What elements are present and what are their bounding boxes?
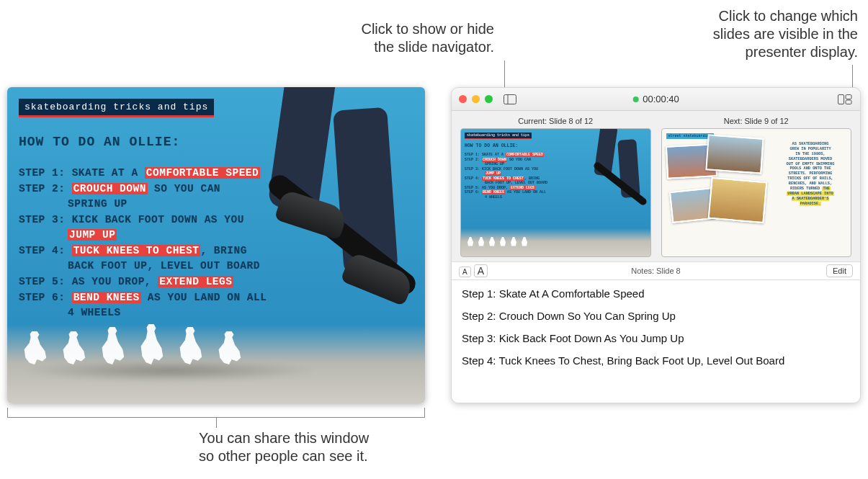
svg-rect-2 (838, 94, 844, 104)
next-slide-column: Next: Slide 9 of 12 street skateboarding… (661, 117, 852, 257)
skater-progression-silhouettes (22, 324, 242, 364)
slide-step-3b: JUMP UP (19, 228, 267, 243)
presenter-layout-button[interactable] (837, 94, 853, 105)
increase-notes-font-button[interactable]: A (474, 264, 488, 277)
callout-layout-text: Click to change which slides are visible… (713, 8, 858, 60)
next-slide-label: Next: Slide 9 of 12 (661, 117, 852, 125)
presentation-slide-window: skateboarding tricks and tips HOW TO DO … (7, 87, 425, 403)
callout-share: You can share this window so other peopl… (199, 429, 429, 465)
next-slide-body: AS SKATEBOARDING GREW IN POPULARITY IN T… (774, 142, 846, 206)
slide-step-6: STEP 6: BEND KNEES AS YOU LAND ON ALL (19, 291, 267, 305)
next-slide-thumbnail[interactable]: street skateboarding AS SKATEBOARDING GR… (661, 128, 852, 257)
decrease-notes-font-button[interactable]: A (459, 267, 471, 277)
note-line: Step 4: Tuck Knees To Chest, Bring Back … (462, 354, 850, 367)
notes-toolbar: A A Notes: Slide 8 Edit (452, 261, 860, 280)
presenter-display-window: 00:00:40 Current: Slide 8 of 12 skateboa… (451, 87, 861, 403)
note-line: Step 1: Skate At A Comfortable Speed (462, 287, 850, 300)
zoom-window-button[interactable] (485, 95, 493, 103)
slide-step-2b: SPRING UP (19, 197, 267, 212)
slide-step-1: STEP 1: SKATE AT A COMFORTABLE SPEED (19, 166, 267, 181)
share-bracket (7, 408, 425, 418)
slide-step-4: STEP 4: TUCK KNEES TO CHEST, BRING (19, 244, 267, 259)
slide-step-6b: 4 WHEELS (19, 306, 267, 321)
edit-notes-button[interactable]: Edit (826, 264, 853, 277)
slide-step-4b: BACK FOOT UP, LEVEL OUT BOARD (19, 259, 267, 274)
callout-navigator-text: Click to show or hide the slide navigato… (361, 21, 494, 55)
callout-navigator: Click to show or hide the slide navigato… (307, 20, 494, 56)
current-slide-column: Current: Slide 8 of 12 skateboarding tri… (460, 117, 651, 257)
note-line: Step 3: Kick Back Foot Down As You Jump … (462, 332, 850, 344)
slide-navigator-toggle-button[interactable] (502, 94, 518, 105)
current-slide-thumbnail[interactable]: skateboarding tricks and tips HOW TO DO … (460, 128, 651, 257)
slide-step-5: STEP 5: AS YOU DROP, EXTEND LEGS (19, 275, 267, 290)
slide-text-block: skateboarding tricks and tips HOW TO DO … (19, 99, 267, 322)
presenter-titlebar: 00:00:40 (452, 88, 860, 111)
current-slide-label: Current: Slide 8 of 12 (460, 117, 651, 125)
slide-step-2: STEP 2: CROUCH DOWN SO YOU CAN (19, 182, 267, 197)
callout-layout: Click to change which slides are visible… (642, 7, 858, 61)
timer-value: 00:00:40 (643, 94, 679, 104)
notes-heading: Notes: Slide 8 (631, 267, 680, 275)
callout-share-text: You can share this window so other peopl… (199, 430, 369, 464)
slide-step-3: STEP 3: KICK BACK FOOT DOWN AS YOU (19, 213, 267, 228)
svg-rect-3 (846, 94, 851, 99)
svg-rect-0 (504, 94, 516, 104)
minimize-window-button[interactable] (472, 95, 480, 103)
close-window-button[interactable] (459, 95, 467, 103)
presenter-timer[interactable]: 00:00:40 (632, 94, 679, 104)
recording-indicator-icon (632, 97, 638, 102)
window-controls (459, 95, 493, 103)
svg-rect-4 (846, 100, 851, 104)
slide-preview-row: Current: Slide 8 of 12 skateboarding tri… (452, 111, 860, 261)
note-line: Step 2: Crouch Down So You Can Spring Up (462, 310, 850, 322)
slide-topic-tag: skateboarding tricks and tips (19, 99, 214, 117)
slide-title: HOW TO DO AN OLLIE: (19, 135, 267, 149)
presenter-notes-area[interactable]: Step 1: Skate At A Comfortable Speed Ste… (452, 280, 860, 403)
